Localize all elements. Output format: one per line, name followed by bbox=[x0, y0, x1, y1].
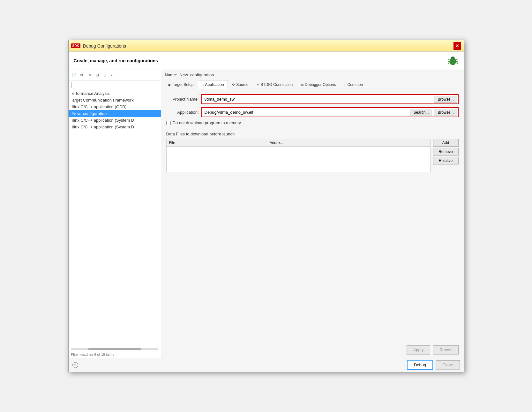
tabs-bar: ◉ Target Setup □ Application ⚙ Source ✦ … bbox=[161, 80, 464, 89]
duplicate-config-button[interactable]: ⧉ bbox=[79, 72, 85, 78]
application-row: Application: Search... Browse... bbox=[166, 107, 459, 117]
close-button[interactable]: Close bbox=[436, 360, 460, 370]
table-action-buttons: Add Remove Relative bbox=[433, 139, 459, 164]
svg-line-7 bbox=[456, 63, 458, 64]
delete-config-button[interactable]: ✕ bbox=[86, 72, 93, 78]
relative-button[interactable]: Relative bbox=[433, 157, 459, 164]
expand-all-button[interactable]: ⊞ bbox=[102, 72, 108, 78]
checkbox-row: Do not download program to memory bbox=[166, 120, 459, 125]
project-name-input[interactable] bbox=[203, 95, 432, 103]
project-name-input-group: Browse... bbox=[201, 94, 459, 104]
file-cell bbox=[166, 147, 267, 172]
bug-icon bbox=[447, 55, 459, 66]
header-title: Create, manage, and run configurations bbox=[74, 58, 158, 63]
sidebar-item-5[interactable]: ilinx C/C++ application (System D bbox=[69, 124, 161, 130]
sdk-badge: SDK bbox=[71, 43, 80, 48]
project-name-row: Project Name: Browse... bbox=[166, 94, 459, 104]
scrollbar-thumb bbox=[88, 348, 141, 350]
horizontal-scrollbar[interactable] bbox=[71, 348, 158, 350]
stdio-icon: ✦ bbox=[257, 83, 259, 87]
panel-body: Project Name: Browse... Application: Sea… bbox=[161, 89, 464, 342]
application-browse-button[interactable]: Browse... bbox=[434, 109, 457, 116]
common-icon: □ bbox=[344, 83, 346, 87]
debugger-icon: ⊞ bbox=[301, 83, 303, 87]
window-title: Debug Configurations bbox=[83, 43, 126, 49]
table-and-buttons: File Addre... bbox=[166, 139, 459, 172]
filter-status: Filter matched 6 of 16 items bbox=[71, 353, 115, 356]
data-files-table-container: File Addre... bbox=[166, 139, 431, 172]
application-search-button[interactable]: Search... bbox=[410, 109, 432, 116]
application-input[interactable] bbox=[203, 109, 408, 116]
svg-point-8 bbox=[451, 57, 453, 58]
svg-line-4 bbox=[448, 63, 450, 64]
tab-debugger-options[interactable]: ⊞ Debugger Options bbox=[297, 80, 340, 89]
header-bar: Create, manage, and run configurations bbox=[69, 52, 464, 70]
debug-button[interactable]: Debug bbox=[407, 360, 433, 370]
title-bar: SDK Debug Configurations ✕ bbox=[69, 40, 464, 52]
sidebar-toolbar: 📄 ⧉ ✕ ⊟ ⊞ ▾ bbox=[69, 70, 161, 80]
tab-common[interactable]: □ Common bbox=[340, 80, 367, 89]
source-icon: ⚙ bbox=[232, 83, 235, 87]
project-name-browse-button[interactable]: Browse... bbox=[434, 96, 457, 103]
revert-button[interactable]: Revert bbox=[433, 345, 458, 355]
data-files-table: File Addre... bbox=[166, 139, 431, 172]
target-setup-icon: ◉ bbox=[168, 83, 171, 87]
svg-line-5 bbox=[456, 59, 458, 60]
help-button[interactable]: ? bbox=[72, 362, 78, 368]
sidebar: 📄 ⧉ ✕ ⊟ ⊞ ▾ erformance Analysis arget Co… bbox=[69, 70, 161, 358]
dialog-window: SDK Debug Configurations ✕ Create, manag… bbox=[68, 40, 464, 372]
tab-target-setup-label: Target Setup bbox=[172, 82, 194, 87]
svg-point-9 bbox=[453, 57, 454, 58]
sidebar-item-3[interactable]: New_configuration bbox=[69, 110, 161, 117]
toolbar-dropdown-button[interactable]: ▾ bbox=[109, 72, 115, 78]
name-bar: Name: New_configuration bbox=[161, 70, 464, 80]
file-column-header: File bbox=[166, 139, 267, 147]
add-button[interactable]: Add bbox=[433, 139, 459, 147]
apply-button[interactable]: Apply bbox=[407, 345, 431, 355]
tab-application-label: Application bbox=[205, 82, 224, 87]
address-cell bbox=[267, 147, 430, 172]
no-download-checkbox[interactable] bbox=[166, 121, 171, 125]
sidebar-item-4[interactable]: ilinx C/C++ application (System D bbox=[69, 117, 161, 124]
collapse-all-button[interactable]: ⊟ bbox=[94, 72, 101, 78]
remove-button[interactable]: Remove bbox=[433, 148, 459, 156]
tab-target-setup[interactable]: ◉ Target Setup bbox=[164, 80, 198, 89]
tab-stdio-connection[interactable]: ✦ STDIO Connection bbox=[252, 80, 297, 89]
address-column-header: Addre... bbox=[267, 139, 430, 147]
sidebar-list: erformance Analysis arget Communication … bbox=[69, 89, 161, 347]
svg-line-2 bbox=[448, 59, 450, 60]
bottom-bar: Apply Revert bbox=[161, 342, 464, 358]
footer-bar: ? Debug Close bbox=[69, 358, 464, 372]
data-files-section-label: Data Files to download before launch bbox=[166, 132, 459, 136]
table-row bbox=[166, 147, 430, 172]
sidebar-item-1[interactable]: arget Communication Framework bbox=[69, 97, 161, 103]
right-panel: Name: New_configuration ◉ Target Setup □… bbox=[161, 70, 464, 358]
new-config-button[interactable]: 📄 bbox=[71, 72, 78, 78]
no-download-label[interactable]: Do not download program to memory bbox=[173, 120, 241, 125]
close-window-button[interactable]: ✕ bbox=[453, 42, 461, 50]
application-icon: □ bbox=[202, 83, 204, 87]
sidebar-item-2[interactable]: ilinx C/C++ application (GDB) bbox=[69, 103, 161, 110]
name-value: New_configuration bbox=[180, 72, 214, 77]
tab-source-label: Source bbox=[236, 82, 248, 87]
sidebar-footer: Filter matched 6 of 16 items bbox=[69, 351, 161, 358]
main-content: 📄 ⧉ ✕ ⊟ ⊞ ▾ erformance Analysis arget Co… bbox=[69, 70, 464, 358]
sidebar-item-0[interactable]: erformance Analysis bbox=[69, 90, 161, 97]
application-input-group: Search... Browse... bbox=[201, 107, 459, 117]
tab-application[interactable]: □ Application bbox=[198, 80, 228, 89]
project-name-label: Project Name: bbox=[166, 97, 201, 102]
sidebar-search-input[interactable] bbox=[71, 82, 158, 88]
tab-stdio-label: STDIO Connection bbox=[260, 82, 293, 87]
tab-source[interactable]: ⚙ Source bbox=[228, 80, 252, 89]
name-label: Name: bbox=[165, 72, 177, 77]
tab-debugger-label: Debugger Options bbox=[305, 82, 336, 87]
title-bar-left: SDK Debug Configurations bbox=[71, 43, 126, 49]
tab-common-label: Common bbox=[348, 82, 363, 87]
application-label: Application: bbox=[166, 110, 201, 115]
